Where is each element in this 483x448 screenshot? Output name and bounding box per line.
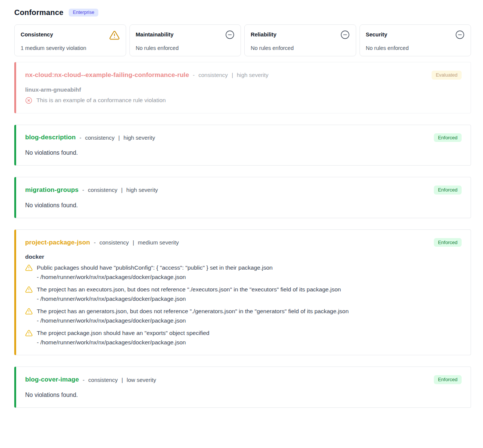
separator-pipe: | <box>132 239 134 246</box>
violation-path: - /home/runner/work/nx/nx/packages/docke… <box>37 317 462 324</box>
rule-name-link[interactable]: nx-cloud:nx-cloud--example-failing-confo… <box>25 71 189 79</box>
violation-path: - /home/runner/work/nx/nx/packages/docke… <box>37 339 462 346</box>
page-title: Conformance <box>14 8 63 17</box>
rule-card-project-package-json: project-package-json - consistency | med… <box>14 229 471 356</box>
status-badge-evaluated: Evaluated <box>432 71 462 80</box>
rule-card-migration-groups: migration-groups - consistency | high se… <box>14 177 471 218</box>
rule-severity: high severity <box>237 72 268 78</box>
rule-category: consistency <box>99 239 129 246</box>
summary-card-title: Security <box>366 30 387 38</box>
separator-pipe: | <box>122 377 123 383</box>
project-name: docker <box>25 253 462 260</box>
summary-card-title: Maintainability <box>136 30 174 38</box>
summary-cards-row: Consistency 1 medium severity violation … <box>14 24 471 56</box>
summary-card-subtext: 1 medium severity violation <box>21 45 120 51</box>
violation-item: The project has an generators.json, but … <box>25 308 462 324</box>
separator-dash: - <box>80 134 81 141</box>
violation-path: - /home/runner/work/nx/nx/packages/docke… <box>37 296 462 302</box>
rule-severity: medium severity <box>138 239 179 246</box>
rule-card-example-failing: nx-cloud:nx-cloud--example-failing-confo… <box>14 62 471 113</box>
rule-result-text: No violations found. <box>25 202 462 209</box>
violation-message: Public packages should have "publishConf… <box>37 264 272 271</box>
warning-triangle-icon <box>25 329 33 337</box>
rule-category: consistency <box>88 377 117 383</box>
rule-category: consistency <box>85 134 114 141</box>
status-badge-enforced: Enforced <box>434 133 462 142</box>
warning-triangle-icon <box>109 30 120 41</box>
status-badge-enforced: Enforced <box>434 375 462 384</box>
rule-name-link[interactable]: blog-cover-image <box>25 376 79 383</box>
rule-name-link[interactable]: migration-groups <box>25 186 78 194</box>
violation-message: The project has an generators.json, but … <box>37 308 349 315</box>
rule-category: consistency <box>199 72 228 78</box>
violation-item: The project has an executors.json, but d… <box>25 286 462 302</box>
separator-dash: - <box>193 72 195 78</box>
rule-card-blog-description: blog-description - consistency | high se… <box>14 125 471 166</box>
violation-item: Public packages should have "publishConf… <box>25 264 462 281</box>
violation-message: The project has an executors.json, but d… <box>37 286 341 293</box>
separator-pipe: | <box>118 134 120 141</box>
separator-pipe: | <box>232 72 233 78</box>
summary-card-security: Security No rules enforced <box>360 24 471 56</box>
status-badge-enforced: Enforced <box>434 238 462 247</box>
rule-severity: high severity <box>126 187 158 193</box>
project-name: linux-arm-gnueabihf <box>25 86 462 93</box>
summary-card-consistency: Consistency 1 medium severity violation <box>14 24 126 56</box>
summary-card-maintainability: Maintainability No rules enforced <box>129 24 241 56</box>
minus-circle-icon <box>340 30 350 39</box>
status-badge-enforced: Enforced <box>434 186 462 195</box>
rule-severity: high severity <box>123 134 155 141</box>
rule-name-link[interactable]: blog-description <box>25 134 76 141</box>
violation-path: - /home/runner/work/nx/nx/packages/docke… <box>37 274 462 281</box>
warning-triangle-icon <box>25 286 33 293</box>
summary-card-subtext: No rules enforced <box>136 45 235 51</box>
rule-result-text: No violations found. <box>25 149 462 156</box>
violation-message: This is an example of a conformance rule… <box>36 97 166 104</box>
page-header: Conformance Enterprise <box>14 8 471 17</box>
warning-triangle-icon <box>25 264 33 272</box>
summary-card-subtext: No rules enforced <box>251 45 350 51</box>
rule-card-blog-cover-image: blog-cover-image - consistency | low sev… <box>14 367 471 408</box>
summary-card-title: Consistency <box>21 30 53 38</box>
minus-circle-icon <box>455 30 465 39</box>
summary-card-reliability: Reliability No rules enforced <box>244 24 356 56</box>
rule-category: consistency <box>88 187 117 193</box>
separator-pipe: | <box>121 187 123 193</box>
x-circle-icon <box>25 97 32 104</box>
rule-name-link[interactable]: project-package-json <box>25 239 90 246</box>
warning-triangle-icon <box>25 308 33 315</box>
rule-result-text: No violations found. <box>25 392 462 398</box>
separator-dash: - <box>94 239 96 246</box>
summary-card-title: Reliability <box>251 30 277 38</box>
separator-dash: - <box>82 187 84 193</box>
enterprise-badge: Enterprise <box>69 9 98 17</box>
violation-item: This is an example of a conformance rule… <box>25 97 462 104</box>
violation-item: The project package.json should have an … <box>25 329 462 346</box>
conformance-page: Conformance Enterprise Consistency 1 med… <box>0 0 483 434</box>
summary-card-subtext: No rules enforced <box>366 45 465 51</box>
violation-message: The project package.json should have an … <box>37 330 209 336</box>
rule-severity: low severity <box>127 377 156 383</box>
separator-dash: - <box>83 377 84 383</box>
minus-circle-icon <box>225 30 235 39</box>
